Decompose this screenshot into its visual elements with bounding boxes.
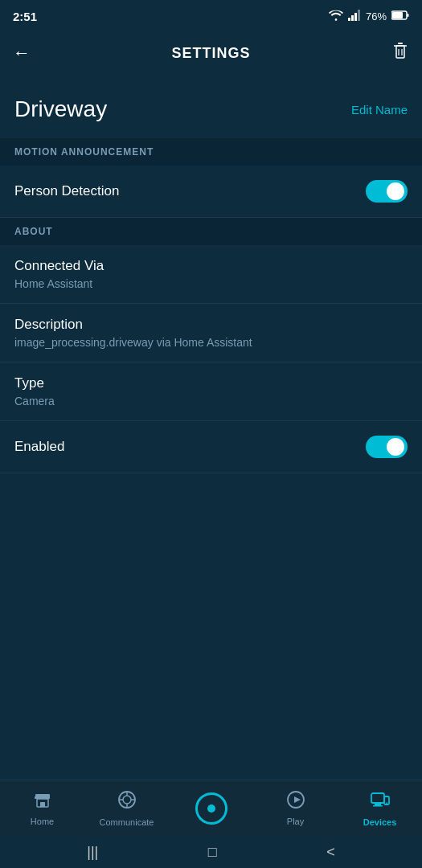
svg-rect-1 <box>351 15 354 21</box>
alexa-icon <box>195 792 227 825</box>
enabled-row: Enabled <box>0 421 422 473</box>
description-value: image_processing.driveway via Home Assis… <box>14 336 408 349</box>
svg-rect-16 <box>35 794 50 797</box>
battery-level: 76% <box>366 10 387 23</box>
system-nav: ||| □ < <box>0 836 422 868</box>
svg-marker-24 <box>294 796 301 803</box>
enabled-toggle[interactable] <box>366 436 408 458</box>
svg-rect-6 <box>408 14 409 17</box>
person-detection-row: Person Detection <box>0 166 422 218</box>
svg-rect-2 <box>354 13 357 21</box>
nav-item-communicate[interactable]: Communicate <box>84 780 169 836</box>
svg-rect-5 <box>392 12 403 18</box>
nav-label-communicate: Communicate <box>100 817 154 827</box>
wifi-icon <box>329 10 343 23</box>
signal-icon <box>348 10 361 23</box>
content: Driveway Edit Name MOTION ANNOUNCEMENT P… <box>0 77 422 780</box>
svg-rect-0 <box>348 18 350 21</box>
status-time: 2:51 <box>13 10 37 23</box>
svg-rect-7 <box>396 46 404 58</box>
type-label: Type <box>14 375 408 391</box>
recent-apps-button[interactable]: ||| <box>87 844 98 861</box>
svg-rect-25 <box>371 793 384 803</box>
trash-button[interactable] <box>391 42 409 65</box>
connected-via-label: Connected Via <box>14 258 408 274</box>
status-bar: 2:51 76% <box>0 0 422 29</box>
section-header-motion: MOTION ANNOUNCEMENT <box>0 138 422 166</box>
type-row: Type Camera <box>0 362 422 421</box>
nav-label-play: Play <box>287 817 304 826</box>
svg-rect-26 <box>375 803 381 805</box>
communicate-icon <box>117 790 137 814</box>
status-icons: 76% <box>329 10 409 23</box>
device-name: Driveway <box>14 96 107 122</box>
connected-via-value: Home Assistant <box>14 277 408 290</box>
content-spacer <box>0 473 422 634</box>
nav-item-play[interactable]: Play <box>253 780 338 836</box>
bottom-nav: Home Communicate Play <box>0 780 422 836</box>
type-value: Camera <box>14 395 408 407</box>
back-button[interactable]: ← <box>13 43 31 63</box>
nav-label-devices: Devices <box>363 817 397 827</box>
edit-name-button[interactable]: Edit Name <box>351 103 408 117</box>
person-detection-label: Person Detection <box>14 183 119 199</box>
play-icon <box>287 791 305 813</box>
description-row: Description image_processing.driveway vi… <box>0 304 422 362</box>
device-name-row: Driveway Edit Name <box>0 77 422 138</box>
battery-icon <box>391 10 409 23</box>
back-nav-button[interactable]: < <box>326 844 335 861</box>
connected-via-row: Connected Via Home Assistant <box>0 245 422 304</box>
header-title: SETTINGS <box>171 45 250 62</box>
nav-item-devices[interactable]: Devices <box>338 780 422 836</box>
person-detection-toggle[interactable] <box>366 180 408 203</box>
description-label: Description <box>14 317 408 333</box>
svg-rect-27 <box>373 805 383 807</box>
header: ← SETTINGS <box>0 29 422 77</box>
home-button[interactable]: □ <box>208 844 217 861</box>
nav-label-home: Home <box>31 817 54 826</box>
nav-item-alexa[interactable] <box>169 780 253 836</box>
alexa-ring-inner <box>207 805 215 813</box>
svg-rect-3 <box>358 10 360 21</box>
section-header-about: ABOUT <box>0 218 422 245</box>
svg-point-18 <box>123 796 131 804</box>
nav-item-home[interactable]: Home <box>0 780 84 836</box>
home-icon <box>33 791 52 813</box>
svg-rect-14 <box>40 802 45 807</box>
devices-icon <box>370 790 391 814</box>
enabled-label: Enabled <box>14 439 64 455</box>
